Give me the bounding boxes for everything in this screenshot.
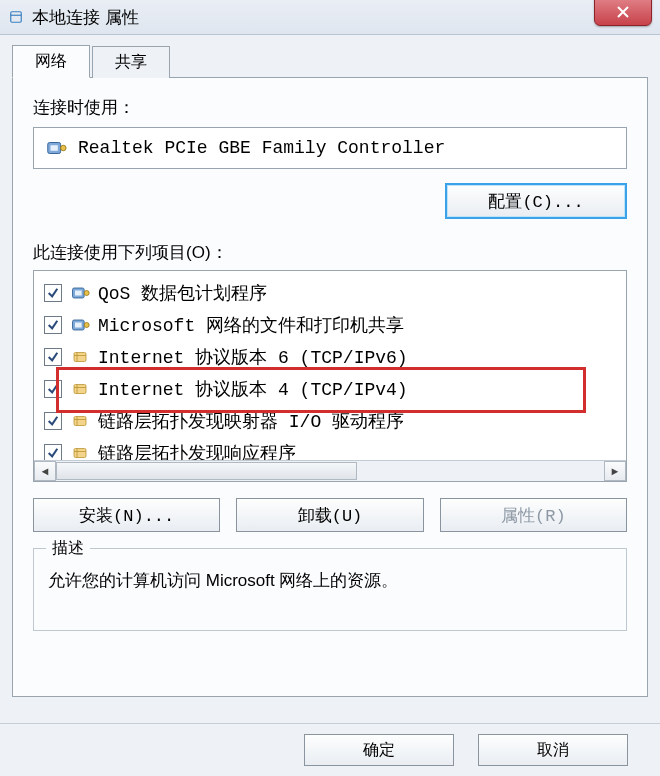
svg-rect-10 xyxy=(74,353,86,362)
tab-panel: 连接时使用： Realtek PCIe GBE Family Controlle… xyxy=(12,77,648,697)
svg-rect-8 xyxy=(75,323,82,328)
list-item-label: Internet 协议版本 6 (TCP/IPv6) xyxy=(98,345,408,369)
svg-point-6 xyxy=(84,291,89,296)
window-title: 本地连接 属性 xyxy=(32,6,139,29)
description-legend: 描述 xyxy=(46,538,90,559)
connect-using-label: 连接时使用： xyxy=(33,96,627,119)
checkbox[interactable] xyxy=(44,380,62,398)
tab-strip: 网络 共享 xyxy=(12,45,648,77)
nic-icon xyxy=(70,315,90,335)
checkbox[interactable] xyxy=(44,316,62,334)
list-item-label: 链路层拓扑发现映射器 I/O 驱动程序 xyxy=(98,409,404,433)
svg-rect-13 xyxy=(74,449,86,458)
list-item[interactable]: 链路层拓扑发现映射器 I/O 驱动程序 xyxy=(40,405,620,437)
dialog-footer: 确定 取消 xyxy=(0,723,660,776)
cancel-button[interactable]: 取消 xyxy=(478,734,628,766)
items-label: 此连接使用下列项目(O)： xyxy=(33,241,627,264)
list-item[interactable]: Microsoft 网络的文件和打印机共享 xyxy=(40,309,620,341)
svg-rect-11 xyxy=(74,385,86,394)
checkbox[interactable] xyxy=(44,284,62,302)
scroll-track[interactable] xyxy=(56,462,604,480)
scroll-thumb[interactable] xyxy=(56,462,357,480)
protocol-icon xyxy=(70,347,90,367)
list-item-label: Internet 协议版本 4 (TCP/IPv4) xyxy=(98,377,408,401)
list-item[interactable]: QoS 数据包计划程序 xyxy=(40,277,620,309)
properties-button[interactable]: 属性(R) xyxy=(440,498,627,532)
list-item[interactable]: Internet 协议版本 6 (TCP/IPv6) xyxy=(40,341,620,373)
protocol-icon xyxy=(70,411,90,431)
ok-button[interactable]: 确定 xyxy=(304,734,454,766)
svg-point-3 xyxy=(61,145,67,151)
scroll-left-arrow[interactable]: ◄ xyxy=(34,461,56,481)
svg-rect-5 xyxy=(75,291,82,296)
adapter-box[interactable]: Realtek PCIe GBE Family Controller xyxy=(33,127,627,169)
checkbox[interactable] xyxy=(44,348,62,366)
list-item-label: Microsoft 网络的文件和打印机共享 xyxy=(98,313,404,337)
window-icon xyxy=(8,9,24,25)
nic-icon xyxy=(44,136,68,160)
tab-share[interactable]: 共享 xyxy=(92,46,170,78)
checkbox[interactable] xyxy=(44,412,62,430)
titlebar: 本地连接 属性 xyxy=(0,0,660,35)
svg-rect-12 xyxy=(74,417,86,426)
list-item-label: QoS 数据包计划程序 xyxy=(98,281,267,305)
items-listbox[interactable]: QoS 数据包计划程序Microsoft 网络的文件和打印机共享Internet… xyxy=(33,270,627,482)
description-text: 允许您的计算机访问 Microsoft 网络上的资源。 xyxy=(48,567,612,596)
scroll-right-arrow[interactable]: ► xyxy=(604,461,626,481)
adapter-name: Realtek PCIe GBE Family Controller xyxy=(78,138,445,158)
uninstall-button[interactable]: 卸载(U) xyxy=(236,498,423,532)
nic-icon xyxy=(70,283,90,303)
protocol-icon xyxy=(70,379,90,399)
svg-point-9 xyxy=(84,323,89,328)
tab-network[interactable]: 网络 xyxy=(12,45,90,78)
svg-rect-0 xyxy=(11,12,22,23)
configure-button[interactable]: 配置(C)... xyxy=(445,183,627,219)
list-item[interactable]: Internet 协议版本 4 (TCP/IPv4) xyxy=(40,373,620,405)
horizontal-scrollbar[interactable]: ◄ ► xyxy=(34,460,626,481)
dialog-body: 网络 共享 连接时使用： Realtek PCIe GBE Family Con… xyxy=(0,35,660,709)
svg-rect-2 xyxy=(51,145,58,151)
properties-dialog: 本地连接 属性 网络 共享 连接时使用： Realtek PCIe GBE Fa… xyxy=(0,0,660,776)
install-button[interactable]: 安装(N)... xyxy=(33,498,220,532)
item-buttons: 安装(N)... 卸载(U) 属性(R) xyxy=(33,498,627,532)
close-button[interactable] xyxy=(594,0,652,26)
description-group: 描述 允许您的计算机访问 Microsoft 网络上的资源。 xyxy=(33,548,627,631)
